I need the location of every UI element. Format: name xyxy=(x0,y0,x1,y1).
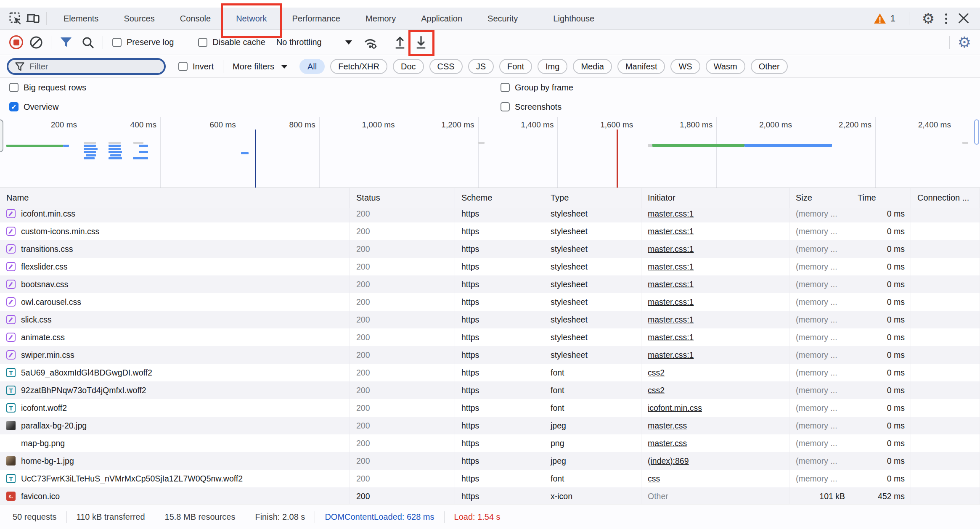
cell-name[interactable]: icofont.min.css xyxy=(0,208,350,222)
tab-console[interactable]: Console xyxy=(167,8,223,29)
overview-scrollbar-thumb[interactable] xyxy=(974,119,979,145)
column-header-status[interactable]: Status xyxy=(350,188,455,208)
table-row[interactable]: s.favicon.ico200httpsx-iconOther101 kB45… xyxy=(0,487,980,504)
cell-initiator[interactable]: icofont.min.css xyxy=(641,399,789,417)
tab-sources[interactable]: Sources xyxy=(111,8,167,29)
initiator-link[interactable]: css xyxy=(648,474,660,484)
search-button[interactable] xyxy=(79,34,97,51)
tab-lighthouse[interactable]: Lighthouse xyxy=(540,8,607,29)
initiator-link[interactable]: css2 xyxy=(648,386,665,395)
cell-name[interactable]: slick.css xyxy=(0,311,350,328)
cell-name[interactable]: Ticofont.woff2 xyxy=(0,399,350,417)
settings-button[interactable]: ⚙ xyxy=(919,10,937,27)
table-row[interactable]: parallax-bg-20.jpg200httpsjpegmaster.css… xyxy=(0,417,980,434)
cell-name[interactable]: TUcC73FwrK3iLTeHuS_nVMrMxCp50SjIa1ZL7W0Q… xyxy=(0,470,350,487)
table-row[interactable]: owl.carousel.css200httpsstylesheetmaster… xyxy=(0,293,980,311)
group-by-frame-checkbox[interactable] xyxy=(501,83,510,92)
tab-application[interactable]: Application xyxy=(408,8,475,29)
column-header-connection-[interactable]: Connection ... xyxy=(911,188,980,208)
tab-elements[interactable]: Elements xyxy=(51,8,111,29)
initiator-link[interactable]: (index):869 xyxy=(648,456,689,466)
column-header-initiator[interactable]: Initiator xyxy=(641,188,789,208)
cell-initiator[interactable]: master.css:1 xyxy=(641,275,789,293)
filter-pill-css[interactable]: CSS xyxy=(429,59,463,74)
table-row[interactable]: flexslider.css200httpsstylesheetmaster.c… xyxy=(0,258,980,275)
filter-toggle-button[interactable] xyxy=(57,34,75,51)
disable-cache-checkbox[interactable] xyxy=(198,38,207,47)
cell-name[interactable]: custom-icons.min.css xyxy=(0,222,350,240)
tab-security[interactable]: Security xyxy=(475,8,530,29)
filter-pill-ws[interactable]: WS xyxy=(670,59,700,74)
cell-name[interactable]: owl.carousel.css xyxy=(0,293,350,311)
initiator-link[interactable]: master.css:1 xyxy=(648,315,694,325)
initiator-link[interactable]: icofont.min.css xyxy=(648,403,702,413)
inspect-element-button[interactable] xyxy=(7,10,24,27)
cell-initiator[interactable]: css2 xyxy=(641,364,789,381)
big-request-rows-checkbox[interactable] xyxy=(9,83,19,92)
table-row[interactable]: animate.css200httpsstylesheetmaster.css:… xyxy=(0,328,980,346)
column-header-name[interactable]: Name xyxy=(0,188,350,208)
column-header-type[interactable]: Type xyxy=(544,188,641,208)
table-row[interactable]: Ticofont.woff2200httpsfonticofont.min.cs… xyxy=(0,399,980,417)
cell-initiator[interactable]: master.css xyxy=(641,417,789,434)
cell-name[interactable]: flexslider.css xyxy=(0,258,350,275)
tab-performance[interactable]: Performance xyxy=(280,8,353,29)
close-devtools-button[interactable] xyxy=(955,10,972,27)
initiator-link[interactable]: master.css:1 xyxy=(648,262,694,272)
column-header-time[interactable]: Time xyxy=(851,188,911,208)
initiator-link[interactable]: master.css:1 xyxy=(648,227,694,236)
overview-checkbox[interactable]: ✓ xyxy=(9,102,19,111)
filter-pill-fetch-xhr[interactable]: Fetch/XHR xyxy=(330,59,387,74)
cell-initiator[interactable]: master.css:1 xyxy=(641,293,789,311)
toggle-device-toolbar-button[interactable] xyxy=(24,10,42,27)
network-settings-button[interactable]: ⚙ xyxy=(956,34,973,51)
clear-network-log-button[interactable] xyxy=(27,34,45,51)
cell-initiator[interactable]: css2 xyxy=(641,381,789,399)
cell-name[interactable]: T5aU69_a8oxmIdGl4BDGwgDI.woff2 xyxy=(0,364,350,381)
table-row[interactable]: icofont.min.css200httpsstylesheetmaster.… xyxy=(0,208,980,222)
cell-name[interactable]: T92zatBhPNqw73oTd4jQmfxI.woff2 xyxy=(0,381,350,399)
cell-initiator[interactable]: master.css:1 xyxy=(641,222,789,240)
cell-name[interactable]: home-bg-1.jpg xyxy=(0,452,350,470)
overview-left-drag-handle[interactable] xyxy=(0,119,3,152)
filter-pill-font[interactable]: Font xyxy=(499,59,532,74)
more-options-button[interactable] xyxy=(937,10,955,27)
filter-pill-wasm[interactable]: Wasm xyxy=(706,59,745,74)
initiator-link[interactable]: master.css:1 xyxy=(648,244,694,254)
table-row[interactable]: T92zatBhPNqw73oTd4jQmfxI.woff2200httpsfo… xyxy=(0,381,980,399)
cell-name[interactable]: parallax-bg-20.jpg xyxy=(0,417,350,434)
initiator-link[interactable]: css2 xyxy=(648,368,665,378)
table-row[interactable]: T5aU69_a8oxmIdGl4BDGwgDI.woff2200httpsfo… xyxy=(0,364,980,381)
cell-name[interactable]: bootsnav.css xyxy=(0,275,350,293)
invert-checkbox[interactable] xyxy=(178,62,188,71)
filter-pill-all[interactable]: All xyxy=(299,59,325,74)
filter-input[interactable] xyxy=(29,62,139,71)
initiator-link[interactable]: master.css:1 xyxy=(648,350,694,360)
table-row[interactable]: swiper.min.css200httpsstylesheetmaster.c… xyxy=(0,346,980,364)
network-conditions-button[interactable] xyxy=(361,34,379,51)
table-row[interactable]: bootsnav.css200httpsstylesheetmaster.css… xyxy=(0,275,980,293)
issues-warning-badge[interactable]: 1 xyxy=(874,13,895,24)
cell-initiator[interactable]: master.css:1 xyxy=(641,328,789,346)
filter-pill-media[interactable]: Media xyxy=(573,59,612,74)
throttling-select[interactable]: No throttling xyxy=(276,37,352,47)
column-header-size[interactable]: Size xyxy=(789,188,851,208)
initiator-link[interactable]: master.css:1 xyxy=(648,209,694,219)
cell-initiator[interactable]: master.css:1 xyxy=(641,208,789,222)
table-row[interactable]: home-bg-1.jpg200httpsjpeg(index):869(mem… xyxy=(0,452,980,470)
tab-network[interactable]: Network xyxy=(223,8,279,29)
preserve-log-checkbox[interactable] xyxy=(112,38,122,47)
export-har-button[interactable] xyxy=(415,36,427,49)
filter-pill-manifest[interactable]: Manifest xyxy=(617,59,665,74)
filter-pill-img[interactable]: Img xyxy=(538,59,567,74)
filter-pill-js[interactable]: JS xyxy=(468,59,494,74)
cell-initiator[interactable]: master.css:1 xyxy=(641,311,789,328)
record-network-log-button[interactable] xyxy=(9,35,23,49)
screenshots-checkbox[interactable] xyxy=(501,102,510,111)
import-har-button[interactable] xyxy=(391,34,409,51)
table-row[interactable]: transitions.css200httpsstylesheetmaster.… xyxy=(0,240,980,258)
tab-memory[interactable]: Memory xyxy=(353,8,408,29)
initiator-link[interactable]: master.css xyxy=(648,421,687,431)
filter-pill-other[interactable]: Other xyxy=(751,59,788,74)
initiator-link[interactable]: master.css:1 xyxy=(648,333,694,342)
